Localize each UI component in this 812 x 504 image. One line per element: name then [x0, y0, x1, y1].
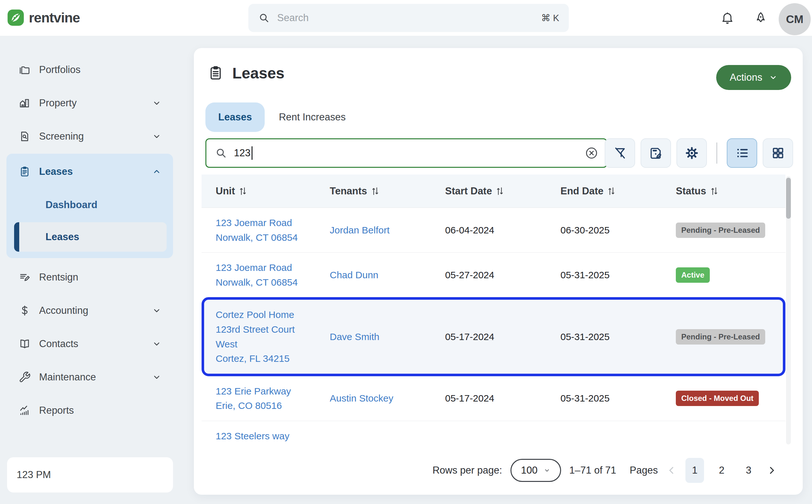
- folder-icon: [19, 64, 31, 76]
- rows-per-page-select[interactable]: 100: [510, 459, 561, 482]
- sidebar-item-reports[interactable]: Reports: [6, 400, 173, 421]
- sidebar-item-property[interactable]: Property: [6, 93, 173, 113]
- user-avatar[interactable]: CM: [779, 3, 811, 35]
- end-date: 05-31-2025: [560, 393, 676, 404]
- table-scrollbar[interactable]: [786, 176, 791, 444]
- sort-icon: [371, 186, 379, 196]
- table-row[interactable]: Cortez Pool Home123rd Street CourtWestCo…: [201, 297, 785, 376]
- unit-link[interactable]: Cortez, FL 34215: [216, 351, 330, 366]
- previous-page-icon[interactable]: [666, 465, 677, 476]
- sidebar-item-label: Screening: [39, 131, 84, 142]
- sidebar-item-portfolios[interactable]: Portfolios: [6, 60, 173, 80]
- tenant-link[interactable]: Chad Dunn: [330, 270, 378, 280]
- column-label: Status: [676, 185, 706, 197]
- clear-search-icon[interactable]: [584, 146, 598, 160]
- sidebar-item-screening[interactable]: Screening: [6, 126, 173, 147]
- table-settings-button[interactable]: [677, 138, 707, 168]
- search-shortcut: ⌘ K: [541, 12, 559, 23]
- chevron-down-icon: [543, 467, 550, 474]
- sidebar-item-label: Leases: [39, 166, 73, 177]
- filter-off-icon: [613, 146, 628, 160]
- tab-rent-increases[interactable]: Rent Increases: [279, 111, 346, 123]
- end-date: 06-30-2025: [560, 225, 676, 236]
- table-toolbar: [605, 138, 793, 168]
- whats-new-rocket-icon[interactable]: [754, 11, 768, 25]
- search-value: 123: [234, 147, 251, 159]
- unit-link[interactable]: West: [216, 337, 330, 352]
- dollar-icon: [19, 305, 31, 317]
- start-date: 05-27-2024: [445, 270, 560, 280]
- topbar: rentvine Search ⌘ K CM: [0, 0, 812, 36]
- actions-label: Actions: [730, 72, 762, 83]
- chevron-down-icon: [152, 339, 161, 349]
- unit-link[interactable]: Norwalk, CT 06854: [216, 275, 330, 290]
- column-header-status[interactable]: Status: [676, 185, 779, 197]
- tenant-cell: Austin Stockey: [330, 393, 445, 404]
- clear-filters-button[interactable]: [605, 138, 635, 168]
- unit-link[interactable]: Erie, CO 80516: [216, 398, 330, 413]
- status-badge: Active: [676, 267, 710, 283]
- page-label: 1: [692, 465, 697, 476]
- sidebar-item-accounting[interactable]: Accounting: [6, 300, 173, 321]
- grid-view-button[interactable]: [763, 138, 793, 168]
- column-label: Start Date: [445, 185, 492, 197]
- table-row[interactable]: 123 Erie ParkwayErie, CO 80516Austin Sto…: [201, 376, 785, 421]
- actions-button[interactable]: Actions: [716, 65, 791, 90]
- sidebar-item-label: Maintenance: [39, 371, 96, 383]
- tab-label: Leases: [218, 111, 252, 123]
- table-header-row: Unit Tenants Start Date End Date Status: [201, 175, 785, 208]
- unit-link[interactable]: Norwalk, CT 06854: [216, 230, 330, 245]
- table-body: 123 Joemar RoadNorwalk, CT 06854Jordan B…: [201, 208, 785, 446]
- tenant-link[interactable]: Jordan Belfort: [330, 225, 390, 235]
- sidebar-item-rentsign[interactable]: Rentsign: [6, 267, 173, 288]
- tab-leases[interactable]: Leases: [206, 102, 265, 132]
- tenant-link[interactable]: Austin Stockey: [330, 393, 393, 403]
- column-header-tenants[interactable]: Tenants: [330, 185, 445, 197]
- unit-cell: 123 Joemar RoadNorwalk, CT 06854: [216, 215, 330, 245]
- toolbar-divider: [717, 142, 717, 164]
- clipboard-icon: [207, 63, 224, 83]
- column-header-unit[interactable]: Unit: [216, 185, 330, 197]
- column-label: Unit: [216, 185, 235, 197]
- unit-link[interactable]: 123 Joemar Road: [216, 260, 330, 275]
- column-header-start-date[interactable]: Start Date: [445, 185, 560, 197]
- page-number-3[interactable]: 3: [739, 458, 758, 483]
- table-row[interactable]: 123 Steelers wayUnit 101: [201, 421, 785, 446]
- search-icon: [258, 12, 270, 24]
- unit-link[interactable]: 123 Joemar Road: [216, 215, 330, 230]
- start-date: 06-04-2024: [445, 225, 560, 236]
- sidebar-item-contacts[interactable]: Contacts: [6, 334, 173, 354]
- table-search-input[interactable]: 123: [206, 138, 607, 168]
- sort-icon: [710, 186, 719, 196]
- notifications-bell-icon[interactable]: [720, 11, 735, 25]
- unit-link[interactable]: 123 Steelers way: [216, 429, 330, 443]
- saved-views-button[interactable]: [641, 138, 671, 168]
- sidebar-subitem-dashboard[interactable]: Dashboard: [45, 195, 97, 215]
- sidebar-item-leases[interactable]: Leases: [6, 161, 173, 182]
- unit-link[interactable]: 123rd Street Court: [216, 322, 330, 337]
- next-page-icon[interactable]: [766, 465, 777, 476]
- tab-label: Rent Increases: [279, 111, 346, 123]
- unit-link[interactable]: 123 Erie Parkway: [216, 384, 330, 399]
- page-number-2[interactable]: 2: [712, 458, 731, 483]
- table-row[interactable]: 123 Joemar RoadNorwalk, CT 06854Jordan B…: [201, 208, 785, 253]
- global-search[interactable]: Search ⌘ K: [248, 4, 569, 32]
- tab-bar: Leases Rent Increases: [206, 102, 346, 132]
- sidebar-subitem-leases[interactable]: Leases: [14, 222, 166, 252]
- active-indicator-bar: [14, 222, 19, 252]
- table-row[interactable]: 123 Joemar RoadNorwalk, CT 06854Chad Dun…: [201, 253, 785, 297]
- tenant-cell: Chad Dunn: [330, 270, 445, 280]
- brand-logo[interactable]: rentvine: [6, 8, 80, 27]
- tenant-link[interactable]: Dave Smith: [330, 331, 379, 342]
- sidebar-item-maintenance[interactable]: Maintenance: [6, 367, 173, 387]
- list-view-button[interactable]: [727, 138, 757, 168]
- page-header: Leases: [207, 63, 285, 83]
- workspace-name-card[interactable]: 123 PM: [7, 457, 173, 492]
- column-header-end-date[interactable]: End Date: [560, 185, 676, 197]
- scrollbar-thumb[interactable]: [786, 178, 791, 219]
- chevron-down-icon: [152, 132, 161, 141]
- search-icon: [215, 147, 228, 159]
- unit-link[interactable]: Cortez Pool Home: [216, 307, 330, 322]
- page-number-1[interactable]: 1: [686, 458, 704, 483]
- unit-link[interactable]: Unit 101: [216, 443, 330, 446]
